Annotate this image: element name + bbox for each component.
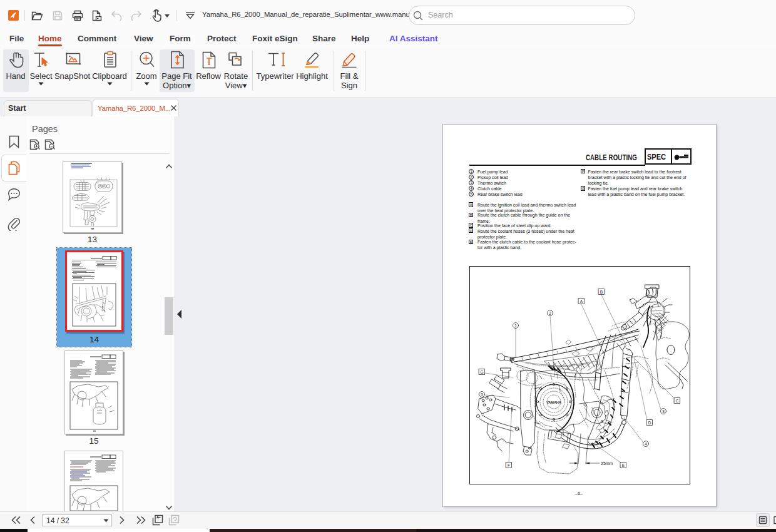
svg-text:5: 5 — [481, 392, 483, 397]
svg-text:D: D — [648, 421, 651, 425]
svg-text:3: 3 — [662, 409, 665, 414]
svg-text:2: 2 — [549, 311, 551, 315]
svg-text:B: B — [600, 290, 603, 294]
svg-text:G: G — [480, 370, 483, 374]
svg-text:25mm: 25mm — [601, 461, 613, 466]
svg-text:F: F — [508, 463, 510, 468]
svg-text:4: 4 — [645, 442, 647, 446]
svg-text:E: E — [622, 463, 625, 468]
svg-text:1: 1 — [514, 324, 517, 328]
svg-text:YAMAHA: YAMAHA — [546, 401, 561, 404]
svg-text:A: A — [580, 299, 583, 304]
svg-text:C: C — [676, 399, 679, 403]
